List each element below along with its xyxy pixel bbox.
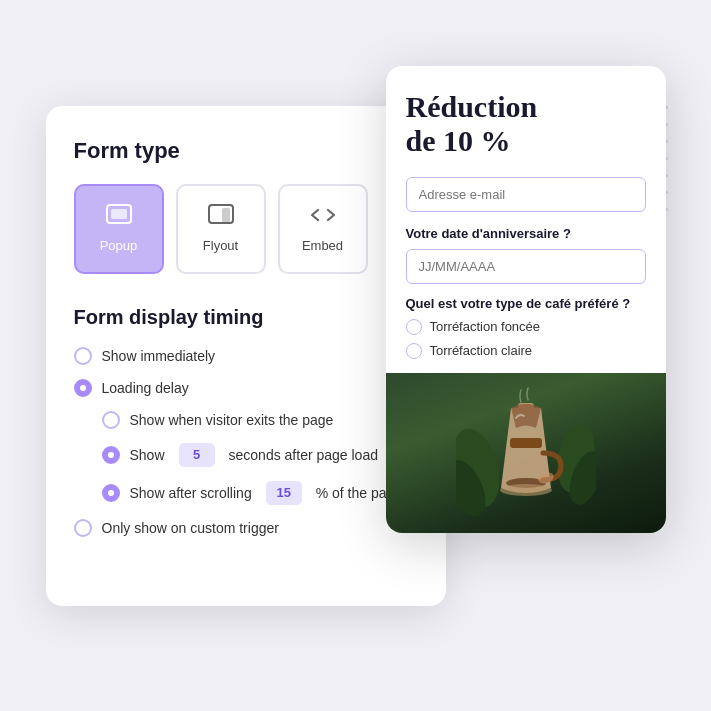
radio-custom-trigger	[74, 519, 92, 537]
svg-rect-1	[111, 209, 127, 219]
birthday-input[interactable]	[406, 249, 646, 284]
radio-show-exits	[102, 411, 120, 429]
radio-coffee-2	[406, 343, 422, 359]
popup-label: Popup	[100, 238, 138, 253]
form-type-title: Form type	[74, 138, 418, 164]
preview-title: Réduction de 10 %	[406, 90, 646, 159]
flyout-label: Flyout	[203, 238, 238, 253]
timing-show-exits-label: Show when visitor exits the page	[130, 412, 334, 428]
flyout-icon	[208, 204, 234, 232]
embed-icon	[310, 204, 336, 232]
svg-point-11	[500, 484, 552, 496]
radio-show-scrolling	[102, 484, 120, 502]
timing-show-seconds-after: seconds after page load	[229, 447, 378, 463]
coffee-section: Quel est votre type de café préféré ? To…	[406, 296, 646, 359]
timing-show-scrolling[interactable]: Show after scrolling 15 % of the pa	[74, 481, 418, 505]
timing-show-seconds[interactable]: Show 5 seconds after page load	[74, 443, 418, 467]
birthday-row: Votre date d'anniversaire ?	[406, 226, 646, 284]
timing-loading-delay[interactable]: Loading delay	[74, 379, 418, 397]
timing-show-seconds-before: Show	[130, 447, 165, 463]
timing-scrolling-before: Show after scrolling	[130, 485, 252, 501]
popup-icon	[106, 204, 132, 232]
timing-scrolling-after: % of the pa	[316, 485, 387, 501]
type-option-embed[interactable]: Embed	[278, 184, 368, 274]
coffee-option-2[interactable]: Torréfaction claire	[406, 343, 646, 359]
timing-show-immediately-label: Show immediately	[102, 348, 216, 364]
radio-loading-delay	[74, 379, 92, 397]
right-card-content: Réduction de 10 % Votre date d'anniversa…	[386, 66, 666, 359]
seconds-input[interactable]: 5	[179, 443, 215, 467]
radio-show-immediately	[74, 347, 92, 365]
coffee-illustration	[456, 378, 596, 528]
coffee-option-1[interactable]: Torréfaction foncée	[406, 319, 646, 335]
right-card: Réduction de 10 % Votre date d'anniversa…	[386, 66, 666, 533]
embed-label: Embed	[302, 238, 343, 253]
form-type-options: Popup Flyout	[74, 184, 418, 274]
timing-loading-delay-label: Loading delay	[102, 380, 189, 396]
timing-custom-trigger-label: Only show on custom trigger	[102, 520, 279, 536]
coffee-label: Quel est votre type de café préféré ?	[406, 296, 646, 311]
coffee-option-2-label: Torréfaction claire	[430, 343, 533, 358]
svg-rect-9	[510, 438, 542, 448]
radio-show-seconds	[102, 446, 120, 464]
birthday-label: Votre date d'anniversaire ?	[406, 226, 646, 241]
timing-title: Form display timing	[74, 306, 418, 329]
type-option-popup[interactable]: Popup	[74, 184, 164, 274]
timing-show-immediately[interactable]: Show immediately	[74, 347, 418, 365]
type-option-flyout[interactable]: Flyout	[176, 184, 266, 274]
timing-options-list: Show immediately Loading delay Show when…	[74, 347, 418, 537]
radio-coffee-1	[406, 319, 422, 335]
email-input[interactable]	[406, 177, 646, 212]
coffee-option-1-label: Torréfaction foncée	[430, 319, 541, 334]
coffee-image	[386, 373, 666, 533]
coffee-options: Torréfaction foncée Torréfaction claire	[406, 319, 646, 359]
scrolling-input[interactable]: 15	[266, 481, 302, 505]
timing-show-exits[interactable]: Show when visitor exits the page	[74, 411, 418, 429]
svg-rect-3	[222, 208, 230, 222]
timing-custom-trigger[interactable]: Only show on custom trigger	[74, 519, 418, 537]
